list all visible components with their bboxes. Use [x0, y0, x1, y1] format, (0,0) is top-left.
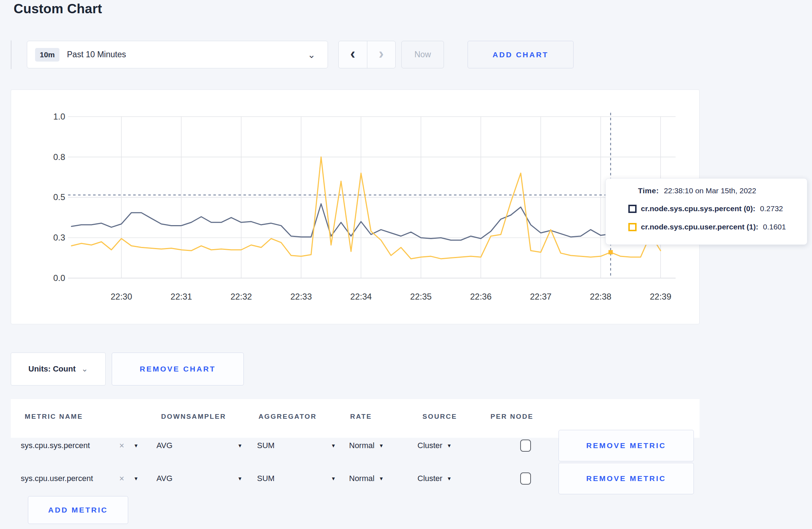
tooltip-time: Time:22:38:10 on Mar 15th, 2022 — [638, 186, 756, 195]
caret-down-icon: ▼ — [379, 443, 384, 448]
custom-chart-page: Custom Chart 10m Past 10 Minutes ⌄ ‹ › N… — [0, 0, 812, 529]
page-title: Custom Chart — [14, 1, 102, 16]
downsampler-select[interactable]: AVG ▼ — [156, 429, 242, 462]
source-value: Cluster — [417, 441, 443, 450]
tooltip-series-row: cr.node.sys.cpu.sys.percent (0): 0.2732 — [628, 204, 783, 213]
add-metric-button[interactable]: ADD METRIC — [28, 496, 128, 524]
aggregator-value: SUM — [257, 441, 275, 450]
time-nav-group: ‹ › — [338, 41, 396, 68]
column-header-source: SOURCE — [422, 413, 457, 421]
caret-down-icon: ▼ — [134, 476, 139, 481]
toolbar-divider — [11, 40, 11, 69]
series-line-0 — [72, 204, 661, 240]
metric-name-dropdown[interactable]: ▼ — [129, 462, 143, 495]
column-header-aggregator: AGGREGATOR — [258, 413, 317, 421]
series-swatch-icon — [628, 205, 637, 213]
source-select[interactable]: Cluster ▼ — [417, 429, 471, 462]
time-range-badge: 10m — [35, 48, 59, 62]
downsampler-value: AVG — [156, 441, 173, 450]
prev-time-button[interactable]: ‹ — [339, 41, 367, 68]
remove-chart-button[interactable]: REMOVE CHART — [112, 353, 244, 385]
series-line-1 — [72, 157, 661, 259]
table-row: sys.cpu.sys.percent × ▼ AVG ▼ SUM ▼ Norm… — [11, 429, 700, 462]
source-value: Cluster — [417, 474, 443, 483]
y-tick-label: 0.3 — [53, 233, 65, 242]
x-tick-label: 22:33 — [290, 292, 312, 301]
time-range-label: Past 10 Minutes — [67, 50, 126, 59]
remove-metric-button[interactable]: REMOVE METRIC — [559, 430, 694, 461]
series-swatch-icon — [628, 223, 637, 231]
per-node-checkbox[interactable] — [520, 440, 531, 452]
close-icon: × — [119, 474, 124, 484]
column-header-per-node: PER NODE — [490, 413, 533, 421]
caret-down-icon: ▼ — [331, 443, 336, 448]
time-range-dropdown[interactable]: 10m Past 10 Minutes ⌄ — [27, 41, 328, 68]
downsampler-value: AVG — [156, 474, 173, 483]
x-tick-label: 22:39 — [650, 292, 671, 301]
table-row: sys.cpu.user.percent × ▼ AVG ▼ SUM ▼ Nor… — [11, 462, 700, 495]
y-tick-label: 0.0 — [53, 273, 65, 283]
x-tick-label: 22:36 — [470, 292, 492, 301]
tooltip-time-label: Time: — [638, 186, 659, 195]
next-time-button[interactable]: › — [367, 41, 396, 68]
add-chart-button[interactable]: ADD CHART — [468, 41, 574, 68]
remove-metric-button[interactable]: REMOVE METRIC — [559, 463, 694, 494]
rate-value: Normal — [349, 441, 374, 450]
aggregator-select[interactable]: SUM ▼ — [257, 429, 336, 462]
rate-value: Normal — [349, 474, 374, 483]
aggregator-value: SUM — [257, 474, 275, 483]
per-node-cell — [518, 429, 533, 462]
units-dropdown[interactable]: Units: Count ⌄ — [11, 353, 106, 385]
tooltip-series-value: 0.1601 — [763, 223, 786, 231]
metric-name-dropdown[interactable]: ▼ — [129, 429, 143, 462]
chart-plot[interactable]: 0.00.30.50.81.022:3022:3122:3222:3322:34… — [11, 89, 700, 324]
now-button[interactable]: Now — [401, 41, 444, 68]
caret-down-icon: ▼ — [379, 476, 384, 481]
caret-down-icon: ▼ — [331, 476, 336, 481]
crosshair-dot-1 — [609, 250, 613, 254]
downsampler-select[interactable]: AVG ▼ — [156, 462, 242, 495]
y-tick-label: 0.5 — [53, 192, 65, 202]
caret-down-icon: ▼ — [237, 443, 242, 448]
tooltip-series-label: cr.node.sys.cpu.user.percent (1): — [641, 223, 758, 231]
clear-metric-button[interactable]: × — [115, 462, 129, 495]
x-tick-label: 22:30 — [111, 292, 132, 301]
caret-down-icon: ▼ — [447, 443, 452, 448]
rate-select[interactable]: Normal ▼ — [349, 429, 396, 462]
column-header-rate: RATE — [350, 413, 372, 421]
units-label: Units: Count — [28, 364, 76, 374]
tooltip-series-row: cr.node.sys.cpu.user.percent (1): 0.1601 — [628, 223, 786, 231]
aggregator-select[interactable]: SUM ▼ — [257, 462, 336, 495]
rate-select[interactable]: Normal ▼ — [349, 462, 396, 495]
y-tick-label: 0.8 — [53, 152, 65, 162]
tooltip-time-value: 22:38:10 on Mar 15th, 2022 — [664, 186, 756, 195]
x-tick-label: 22:35 — [410, 292, 432, 301]
column-header-metric-name: METRIC NAME — [25, 413, 83, 421]
x-tick-label: 22:31 — [170, 292, 192, 301]
caret-down-icon: ▼ — [447, 476, 452, 481]
x-tick-label: 22:37 — [530, 292, 551, 301]
caret-down-icon: ▼ — [237, 476, 242, 481]
source-select[interactable]: Cluster ▼ — [417, 462, 471, 495]
tooltip-series-value: 0.2732 — [760, 204, 783, 213]
caret-down-icon: ▼ — [134, 443, 139, 448]
clear-metric-button[interactable]: × — [115, 429, 129, 462]
close-icon: × — [119, 441, 124, 451]
column-header-downsampler: DOWNSAMPLER — [161, 413, 226, 421]
x-tick-label: 22:34 — [350, 292, 372, 301]
per-node-cell — [518, 462, 533, 495]
x-tick-label: 22:38 — [590, 292, 612, 301]
y-tick-label: 1.0 — [53, 112, 65, 121]
tooltip-series-label: cr.node.sys.cpu.sys.percent (0): — [641, 204, 755, 213]
x-tick-label: 22:32 — [231, 292, 252, 301]
per-node-checkbox[interactable] — [520, 472, 531, 485]
chart-tooltip: Time:22:38:10 on Mar 15th, 2022 cr.node.… — [605, 178, 807, 245]
